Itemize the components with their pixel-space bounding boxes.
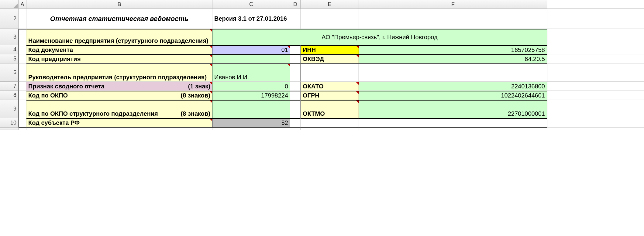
col-header-A[interactable]: A bbox=[19, 0, 26, 9]
cell-extra-6 bbox=[547, 63, 644, 82]
inn-label[interactable]: ИНН bbox=[301, 45, 359, 54]
row-header-6[interactable]: 6 bbox=[0, 63, 19, 82]
cell-extra-7 bbox=[547, 82, 644, 91]
cell-E10[interactable] bbox=[301, 118, 359, 128]
okato-value[interactable]: 2240136800 bbox=[359, 82, 547, 91]
col-header-D[interactable]: D bbox=[290, 0, 301, 9]
cell-D11[interactable] bbox=[290, 128, 301, 130]
cell-D8[interactable] bbox=[290, 91, 301, 100]
summary-flag-value[interactable]: 0 bbox=[212, 82, 290, 91]
cell-F2[interactable] bbox=[359, 9, 547, 29]
cell-extra-2 bbox=[547, 9, 644, 29]
col-header-B[interactable]: B bbox=[26, 0, 212, 9]
head-value[interactable]: Иванов И.И. bbox=[212, 63, 290, 82]
okato-label[interactable]: ОКАТО bbox=[301, 82, 359, 91]
cell-A9[interactable] bbox=[19, 100, 26, 118]
okpo-value[interactable]: 17998224 bbox=[212, 91, 290, 100]
col-header-extra bbox=[547, 0, 644, 9]
row-header-4[interactable]: 4 bbox=[0, 45, 19, 54]
select-all-triangle-icon bbox=[13, 4, 18, 8]
cell-A7[interactable] bbox=[19, 82, 26, 91]
cell-extra-8 bbox=[547, 91, 644, 100]
ogrn-label[interactable]: ОГРН bbox=[301, 91, 359, 100]
enterprise-name-label[interactable]: Наименование предприятия (структурного п… bbox=[26, 29, 212, 45]
row-header-11[interactable] bbox=[0, 128, 19, 130]
row-header-5[interactable]: 5 bbox=[0, 54, 19, 63]
col-header-E[interactable]: E bbox=[301, 0, 359, 9]
summary-flag-label[interactable]: Признак сводного отчета (1 знак) bbox=[26, 82, 212, 91]
cell-F6[interactable] bbox=[359, 63, 547, 82]
cell-D2[interactable] bbox=[290, 9, 301, 29]
oktmo-value[interactable]: 22701000001 bbox=[359, 100, 547, 118]
enterprise-code-label[interactable]: Код предприятия bbox=[26, 54, 212, 63]
cell-D6[interactable] bbox=[290, 63, 301, 82]
row-header-9[interactable]: 9 bbox=[0, 100, 19, 118]
cell-extra-9 bbox=[547, 100, 644, 118]
cell-A6[interactable] bbox=[19, 63, 26, 82]
row-header-7[interactable]: 7 bbox=[0, 82, 19, 91]
report-title[interactable]: Отчетная статистическая ведомость bbox=[26, 9, 212, 29]
row-header-8[interactable]: 8 bbox=[0, 91, 19, 100]
subject-rf-value[interactable]: 52 bbox=[212, 118, 290, 128]
doc-code-value[interactable]: 01 bbox=[212, 45, 290, 54]
cell-A8[interactable] bbox=[19, 91, 26, 100]
version-label[interactable]: Версия 3.1 от 27.01.2016 bbox=[212, 9, 290, 29]
cell-E2[interactable] bbox=[301, 9, 359, 29]
cell-extra-5 bbox=[547, 54, 644, 63]
cell-A3[interactable] bbox=[19, 29, 26, 45]
cell-E11[interactable] bbox=[301, 128, 359, 130]
head-label[interactable]: Руководитель предприятия (структурного п… bbox=[26, 63, 212, 82]
cell-D4[interactable] bbox=[290, 45, 301, 54]
okpo-struct-label[interactable]: Код по ОКПО структурного подразделения (… bbox=[26, 100, 212, 118]
row-header-3[interactable]: 3 bbox=[0, 29, 19, 45]
okpo-label[interactable]: Код по ОКПО (8 знаков) bbox=[26, 91, 212, 100]
cell-extra-10 bbox=[547, 118, 644, 128]
ogrn-value[interactable]: 1022402644601 bbox=[359, 91, 547, 100]
select-all-corner[interactable] bbox=[0, 0, 19, 9]
doc-code-label[interactable]: Код документа bbox=[26, 45, 212, 54]
row-header-10[interactable]: 10 bbox=[0, 118, 19, 128]
cell-E6[interactable] bbox=[301, 63, 359, 82]
cell-D9[interactable] bbox=[290, 100, 301, 118]
col-header-F[interactable]: F bbox=[359, 0, 547, 9]
cell-F10[interactable] bbox=[359, 118, 547, 128]
cell-A5[interactable] bbox=[19, 54, 26, 63]
cell-extra-4 bbox=[547, 45, 644, 54]
spreadsheet-grid: A B C D E F 2 Отчетная статистическая ве… bbox=[0, 0, 644, 130]
cell-C11[interactable] bbox=[212, 128, 290, 130]
col-header-C[interactable]: C bbox=[212, 0, 290, 9]
cell-A2[interactable] bbox=[19, 9, 26, 29]
enterprise-code-value[interactable] bbox=[212, 54, 290, 63]
cell-B11[interactable] bbox=[26, 128, 212, 130]
cell-extra-3 bbox=[547, 29, 644, 45]
enterprise-name-value[interactable]: АО "Премьер-связь", г. Нижний Новгород bbox=[212, 29, 547, 45]
cell-D5[interactable] bbox=[290, 54, 301, 63]
inn-value[interactable]: 1657025758 bbox=[359, 45, 547, 54]
okved-label[interactable]: ОКВЭД bbox=[301, 54, 359, 63]
cell-extra-11 bbox=[547, 128, 644, 130]
row-header-2[interactable]: 2 bbox=[0, 9, 19, 29]
cell-F11[interactable] bbox=[359, 128, 547, 130]
cell-A10[interactable] bbox=[19, 118, 26, 128]
okved-value[interactable]: 64.20.5 bbox=[359, 54, 547, 63]
cell-A4[interactable] bbox=[19, 45, 26, 54]
cell-D7[interactable] bbox=[290, 82, 301, 91]
subject-rf-label[interactable]: Код субъекта РФ bbox=[26, 118, 212, 128]
svg-marker-0 bbox=[13, 4, 18, 8]
okpo-struct-value[interactable] bbox=[212, 100, 290, 118]
cell-A11[interactable] bbox=[19, 128, 26, 130]
cell-D10[interactable] bbox=[290, 118, 301, 128]
oktmo-label[interactable]: ОКТМО bbox=[301, 100, 359, 118]
